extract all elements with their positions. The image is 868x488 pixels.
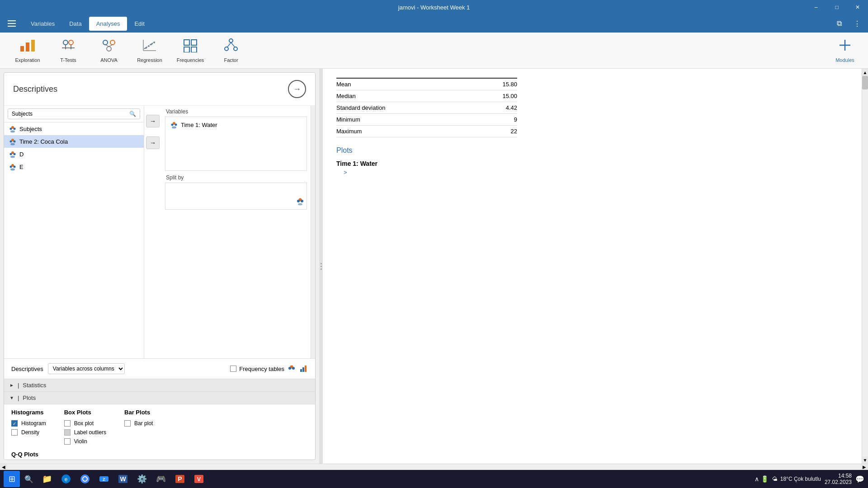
violin-checkbox[interactable] — [64, 438, 71, 445]
svg-point-34 — [10, 131, 15, 133]
result-value-min: 9 — [480, 114, 517, 126]
taskbar-expand-icon[interactable]: ∧ — [755, 475, 759, 483]
svg-point-26 — [234, 47, 237, 51]
plots-section-header[interactable]: ▼ | Plots — [4, 391, 315, 404]
bar-plots-title: Bar Plots — [124, 409, 153, 416]
taskbar-icons: ∧ 🔋 — [755, 475, 769, 483]
descriptives-dropdown[interactable]: Variables across columns — [48, 363, 125, 374]
toolbar-regression[interactable]: Regression — [129, 35, 170, 66]
results-table: Mean 15.80 Median 15.00 Standard deviati… — [336, 78, 517, 137]
toolbar-modules[interactable]: Modules — [829, 35, 861, 66]
hamburger-menu[interactable] — [4, 15, 20, 32]
scroll-left[interactable]: ◀ — [0, 464, 7, 470]
arrow-to-variables[interactable]: → — [146, 115, 160, 127]
search-box: Subjects 🔍 — [8, 108, 140, 119]
label-outliers-checkbox[interactable] — [64, 429, 71, 436]
close-button[interactable]: ✕ — [847, 0, 868, 14]
split-by-drop-zone[interactable] — [165, 183, 307, 210]
content-row: Descriptives → Subjects 🔍 — [0, 69, 868, 464]
menubar-right: ⧉ ⋮ — [832, 16, 864, 31]
panel-divider[interactable] — [319, 69, 323, 464]
histogram-option[interactable]: ✓ Histogram — [11, 420, 46, 427]
menu-item-analyses[interactable]: Analyses — [89, 17, 127, 31]
histogram-checkbox[interactable]: ✓ — [11, 420, 18, 427]
notification-icon[interactable]: 💬 — [855, 475, 864, 483]
var-item-time2-cola[interactable]: Time 2: Coca Cola — [4, 135, 144, 148]
frequencies-icon — [182, 38, 198, 56]
statistics-section-header[interactable]: ► | Statistics — [4, 379, 315, 391]
result-label-min: Minimum — [336, 114, 480, 126]
density-checkbox[interactable] — [11, 429, 18, 436]
scroll-track[interactable] — [862, 76, 868, 456]
menu-item-edit[interactable]: Edit — [127, 17, 151, 31]
taskbar-battery-icon[interactable]: 🔋 — [761, 475, 769, 483]
left-scroll-v[interactable] — [311, 106, 315, 358]
density-option[interactable]: Density — [11, 429, 46, 436]
taskbar-app-files[interactable]: 📁 — [38, 470, 56, 488]
svg-point-33 — [14, 128, 16, 130]
var-icon-e — [9, 163, 17, 171]
scroll-down[interactable]: ▼ — [862, 456, 868, 464]
arrow-to-splitby[interactable]: → — [146, 136, 160, 149]
start-button[interactable]: ⊞ — [4, 471, 20, 487]
menu-item-data[interactable]: Data — [62, 17, 89, 31]
result-row-median: Median 15.00 — [336, 90, 517, 102]
svg-rect-0 — [20, 46, 24, 52]
svg-point-42 — [10, 156, 15, 158]
taskbar-app-game[interactable]: 🎮 — [152, 470, 170, 488]
bar-plot-option[interactable]: Bar plot — [124, 420, 153, 427]
search-button[interactable]: 🔍 — [22, 471, 36, 487]
toolbar-exploration[interactable]: Exploration — [7, 35, 48, 66]
taskbar-app-settings[interactable]: ⚙️ — [133, 470, 151, 488]
statistics-section-label: Statistics — [23, 382, 46, 389]
box-plot-checkbox[interactable] — [64, 420, 71, 427]
right-scrollbar[interactable]: ▲ ▼ — [862, 69, 868, 464]
result-plot-expand[interactable]: > — [344, 169, 848, 176]
toolbar-ttests[interactable]: T-Tests — [48, 35, 89, 66]
var-icon-subjects — [9, 125, 17, 133]
settings-icon[interactable]: ⋮ — [850, 16, 864, 31]
freq-tables-checkbox[interactable] — [230, 366, 236, 372]
taskbar-app-powerpoint[interactable]: P — [171, 470, 189, 488]
var-icon-time1-water — [170, 121, 178, 129]
var-item-subjects[interactable]: Subjects — [4, 122, 144, 135]
expand-icon[interactable]: ⧉ — [832, 16, 846, 31]
result-plot-item: Time 1: Water > — [336, 160, 848, 176]
svg-point-16 — [145, 47, 147, 49]
bottom-scrollbar[interactable]: ◀ ▶ — [0, 464, 868, 470]
bar-plot-checkbox[interactable] — [124, 420, 131, 427]
plots-section-divider: | — [18, 394, 19, 401]
variables-drop-zone[interactable]: Time 1: Water — [165, 117, 307, 171]
taskbar-app-chrome[interactable] — [76, 470, 94, 488]
taskbar-time: 14:58 27.02.2023 — [825, 473, 852, 485]
scroll-right[interactable]: ▶ — [861, 464, 868, 470]
toolbar-factor[interactable]: Factor — [211, 35, 251, 66]
scroll-up[interactable]: ▲ — [862, 69, 868, 76]
var-item-d[interactable]: D — [4, 148, 144, 160]
toolbar-anova[interactable]: ANOVA — [89, 35, 129, 66]
right-panel: Mean 15.80 Median 15.00 Standard deviati… — [323, 69, 862, 464]
svg-point-54 — [298, 203, 302, 206]
taskbar-app-word[interactable]: W — [114, 470, 132, 488]
right-vars-panel: Variables Time 1: Wate — [161, 106, 311, 358]
var-label-time2-cola: Time 2: Coca Cola — [19, 138, 68, 145]
main-wrapper: Descriptives → Subjects 🔍 — [0, 69, 868, 470]
result-label-median: Median — [336, 90, 480, 102]
taskbar-app-zoom[interactable]: Z — [95, 470, 113, 488]
factor-label: Factor — [224, 57, 238, 63]
minimize-button[interactable]: – — [806, 0, 826, 14]
result-row-mean: Mean 15.80 — [336, 78, 517, 90]
var-item-e[interactable]: E — [4, 160, 144, 173]
maximize-button[interactable]: □ — [826, 0, 847, 14]
toolbar-frequencies[interactable]: Frequencies — [170, 35, 211, 66]
svg-point-19 — [153, 42, 155, 43]
box-plot-option[interactable]: Box plot — [64, 420, 106, 427]
scroll-thumb[interactable] — [862, 76, 868, 89]
scroll-h-track[interactable] — [7, 464, 861, 470]
search-icon[interactable]: 🔍 — [129, 111, 136, 117]
run-button[interactable]: → — [288, 80, 306, 98]
violin-option[interactable]: Violin — [64, 438, 106, 445]
taskbar-app-edge[interactable]: e — [57, 470, 75, 488]
taskbar-app-veracrypt[interactable]: V — [190, 470, 208, 488]
menu-item-variables[interactable]: Variables — [24, 17, 62, 31]
